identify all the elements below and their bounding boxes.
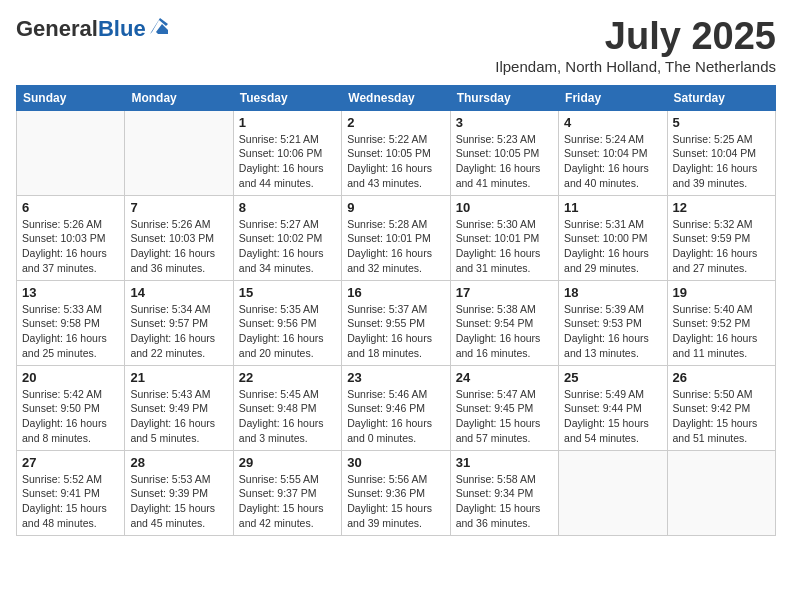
- day-number: 15: [239, 285, 336, 300]
- day-info: Sunrise: 5:22 AMSunset: 10:05 PMDaylight…: [347, 132, 444, 191]
- day-number: 7: [130, 200, 227, 215]
- day-number: 4: [564, 115, 661, 130]
- day-number: 13: [22, 285, 119, 300]
- day-number: 10: [456, 200, 553, 215]
- calendar-cell: 17Sunrise: 5:38 AMSunset: 9:54 PMDayligh…: [450, 280, 558, 365]
- calendar-cell: 2Sunrise: 5:22 AMSunset: 10:05 PMDayligh…: [342, 110, 450, 195]
- day-info: Sunrise: 5:23 AMSunset: 10:05 PMDaylight…: [456, 132, 553, 191]
- calendar-cell: 13Sunrise: 5:33 AMSunset: 9:58 PMDayligh…: [17, 280, 125, 365]
- calendar-cell: 5Sunrise: 5:25 AMSunset: 10:04 PMDayligh…: [667, 110, 775, 195]
- day-info: Sunrise: 5:42 AMSunset: 9:50 PMDaylight:…: [22, 387, 119, 446]
- day-number: 14: [130, 285, 227, 300]
- month-title: July 2025: [495, 16, 776, 58]
- calendar-cell: 30Sunrise: 5:56 AMSunset: 9:36 PMDayligh…: [342, 450, 450, 535]
- calendar-cell: 16Sunrise: 5:37 AMSunset: 9:55 PMDayligh…: [342, 280, 450, 365]
- day-number: 8: [239, 200, 336, 215]
- day-number: 30: [347, 455, 444, 470]
- calendar-cell: 7Sunrise: 5:26 AMSunset: 10:03 PMDayligh…: [125, 195, 233, 280]
- day-number: 16: [347, 285, 444, 300]
- logo-icon: [150, 18, 168, 34]
- day-number: 12: [673, 200, 770, 215]
- location-title: Ilpendam, North Holland, The Netherlands: [495, 58, 776, 75]
- calendar-col-header: Saturday: [667, 85, 775, 110]
- day-info: Sunrise: 5:38 AMSunset: 9:54 PMDaylight:…: [456, 302, 553, 361]
- calendar-col-header: Sunday: [17, 85, 125, 110]
- calendar-cell: [667, 450, 775, 535]
- day-number: 27: [22, 455, 119, 470]
- day-info: Sunrise: 5:34 AMSunset: 9:57 PMDaylight:…: [130, 302, 227, 361]
- calendar-cell: 10Sunrise: 5:30 AMSunset: 10:01 PMDaylig…: [450, 195, 558, 280]
- calendar-cell: [17, 110, 125, 195]
- day-info: Sunrise: 5:35 AMSunset: 9:56 PMDaylight:…: [239, 302, 336, 361]
- calendar-cell: 14Sunrise: 5:34 AMSunset: 9:57 PMDayligh…: [125, 280, 233, 365]
- calendar-cell: [125, 110, 233, 195]
- day-number: 11: [564, 200, 661, 215]
- day-number: 24: [456, 370, 553, 385]
- calendar-cell: 11Sunrise: 5:31 AMSunset: 10:00 PMDaylig…: [559, 195, 667, 280]
- calendar-cell: 19Sunrise: 5:40 AMSunset: 9:52 PMDayligh…: [667, 280, 775, 365]
- logo: GeneralBlue: [16, 16, 146, 42]
- calendar-header-row: SundayMondayTuesdayWednesdayThursdayFrid…: [17, 85, 776, 110]
- day-number: 20: [22, 370, 119, 385]
- day-info: Sunrise: 5:21 AMSunset: 10:06 PMDaylight…: [239, 132, 336, 191]
- day-number: 25: [564, 370, 661, 385]
- calendar-week-row: 27Sunrise: 5:52 AMSunset: 9:41 PMDayligh…: [17, 450, 776, 535]
- calendar-cell: 8Sunrise: 5:27 AMSunset: 10:02 PMDayligh…: [233, 195, 341, 280]
- day-info: Sunrise: 5:25 AMSunset: 10:04 PMDaylight…: [673, 132, 770, 191]
- calendar-week-row: 13Sunrise: 5:33 AMSunset: 9:58 PMDayligh…: [17, 280, 776, 365]
- day-number: 29: [239, 455, 336, 470]
- calendar-cell: 12Sunrise: 5:32 AMSunset: 9:59 PMDayligh…: [667, 195, 775, 280]
- day-info: Sunrise: 5:58 AMSunset: 9:34 PMDaylight:…: [456, 472, 553, 531]
- calendar-cell: 18Sunrise: 5:39 AMSunset: 9:53 PMDayligh…: [559, 280, 667, 365]
- calendar-cell: 31Sunrise: 5:58 AMSunset: 9:34 PMDayligh…: [450, 450, 558, 535]
- day-info: Sunrise: 5:46 AMSunset: 9:46 PMDaylight:…: [347, 387, 444, 446]
- day-info: Sunrise: 5:28 AMSunset: 10:01 PMDaylight…: [347, 217, 444, 276]
- calendar-cell: 15Sunrise: 5:35 AMSunset: 9:56 PMDayligh…: [233, 280, 341, 365]
- calendar-col-header: Wednesday: [342, 85, 450, 110]
- day-number: 9: [347, 200, 444, 215]
- calendar-week-row: 20Sunrise: 5:42 AMSunset: 9:50 PMDayligh…: [17, 365, 776, 450]
- day-info: Sunrise: 5:53 AMSunset: 9:39 PMDaylight:…: [130, 472, 227, 531]
- day-number: 1: [239, 115, 336, 130]
- day-number: 2: [347, 115, 444, 130]
- day-info: Sunrise: 5:52 AMSunset: 9:41 PMDaylight:…: [22, 472, 119, 531]
- day-info: Sunrise: 5:31 AMSunset: 10:00 PMDaylight…: [564, 217, 661, 276]
- day-info: Sunrise: 5:39 AMSunset: 9:53 PMDaylight:…: [564, 302, 661, 361]
- day-info: Sunrise: 5:45 AMSunset: 9:48 PMDaylight:…: [239, 387, 336, 446]
- day-number: 17: [456, 285, 553, 300]
- logo-general: General: [16, 16, 98, 41]
- day-info: Sunrise: 5:49 AMSunset: 9:44 PMDaylight:…: [564, 387, 661, 446]
- day-info: Sunrise: 5:37 AMSunset: 9:55 PMDaylight:…: [347, 302, 444, 361]
- day-number: 23: [347, 370, 444, 385]
- calendar-cell: 28Sunrise: 5:53 AMSunset: 9:39 PMDayligh…: [125, 450, 233, 535]
- day-info: Sunrise: 5:56 AMSunset: 9:36 PMDaylight:…: [347, 472, 444, 531]
- day-info: Sunrise: 5:32 AMSunset: 9:59 PMDaylight:…: [673, 217, 770, 276]
- day-info: Sunrise: 5:26 AMSunset: 10:03 PMDaylight…: [130, 217, 227, 276]
- calendar-cell: [559, 450, 667, 535]
- day-number: 28: [130, 455, 227, 470]
- calendar-cell: 21Sunrise: 5:43 AMSunset: 9:49 PMDayligh…: [125, 365, 233, 450]
- day-info: Sunrise: 5:30 AMSunset: 10:01 PMDaylight…: [456, 217, 553, 276]
- calendar-cell: 29Sunrise: 5:55 AMSunset: 9:37 PMDayligh…: [233, 450, 341, 535]
- calendar-week-row: 1Sunrise: 5:21 AMSunset: 10:06 PMDayligh…: [17, 110, 776, 195]
- calendar-cell: 9Sunrise: 5:28 AMSunset: 10:01 PMDayligh…: [342, 195, 450, 280]
- day-info: Sunrise: 5:24 AMSunset: 10:04 PMDaylight…: [564, 132, 661, 191]
- day-info: Sunrise: 5:26 AMSunset: 10:03 PMDaylight…: [22, 217, 119, 276]
- day-info: Sunrise: 5:40 AMSunset: 9:52 PMDaylight:…: [673, 302, 770, 361]
- logo-blue: Blue: [98, 16, 146, 41]
- calendar-col-header: Monday: [125, 85, 233, 110]
- calendar-cell: 27Sunrise: 5:52 AMSunset: 9:41 PMDayligh…: [17, 450, 125, 535]
- day-number: 21: [130, 370, 227, 385]
- day-number: 31: [456, 455, 553, 470]
- calendar-cell: 6Sunrise: 5:26 AMSunset: 10:03 PMDayligh…: [17, 195, 125, 280]
- calendar-cell: 23Sunrise: 5:46 AMSunset: 9:46 PMDayligh…: [342, 365, 450, 450]
- calendar-cell: 3Sunrise: 5:23 AMSunset: 10:05 PMDayligh…: [450, 110, 558, 195]
- page-header: GeneralBlue July 2025 Ilpendam, North Ho…: [16, 16, 776, 75]
- day-number: 3: [456, 115, 553, 130]
- title-block: July 2025 Ilpendam, North Holland, The N…: [495, 16, 776, 75]
- day-info: Sunrise: 5:55 AMSunset: 9:37 PMDaylight:…: [239, 472, 336, 531]
- day-number: 22: [239, 370, 336, 385]
- day-info: Sunrise: 5:43 AMSunset: 9:49 PMDaylight:…: [130, 387, 227, 446]
- calendar-col-header: Tuesday: [233, 85, 341, 110]
- calendar-cell: 4Sunrise: 5:24 AMSunset: 10:04 PMDayligh…: [559, 110, 667, 195]
